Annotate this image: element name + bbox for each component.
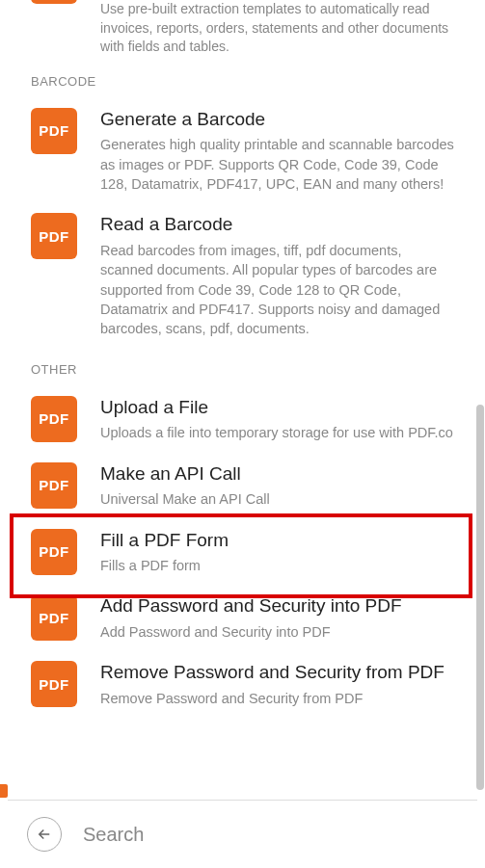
pdf-icon: PDF <box>31 594 77 641</box>
back-button[interactable] <box>27 817 62 852</box>
pdf-icon: PDF <box>31 462 77 509</box>
action-read-barcode[interactable]: PDF Read a Barcode Read barcodes from im… <box>8 207 477 352</box>
action-make-api-call[interactable]: PDF Make an API Call Universal Make an A… <box>8 457 477 523</box>
arrow-left-icon <box>36 826 53 843</box>
section-label-barcode: BARCODE <box>8 74 477 89</box>
pdf-icon: PDF <box>31 108 77 154</box>
item-title: Fill a PDF Form <box>100 529 454 553</box>
action-add-password[interactable]: PDF Add Password and Security into PDF A… <box>8 589 477 655</box>
item-desc: Generates high quality printable and sca… <box>100 135 454 194</box>
pdf-icon: PDF <box>31 529 77 575</box>
action-generate-barcode[interactable]: PDF Generate a Barcode Generates high qu… <box>8 102 477 208</box>
scrollbar-thumb[interactable] <box>476 405 484 790</box>
search-input[interactable] <box>83 824 458 846</box>
action-list-scroll[interactable]: Use pre-built extraction templates to au… <box>0 0 485 800</box>
item-desc: Read barcodes from images, tiff, pdf doc… <box>100 241 454 338</box>
item-title: Read a Barcode <box>100 213 454 237</box>
action-upload-file[interactable]: PDF Upload a File Uploads a file into te… <box>8 390 477 457</box>
pdf-icon <box>0 784 8 798</box>
item-desc: Fills a PDF form <box>100 556 454 575</box>
item-desc: Uploads a file into temporary storage fo… <box>100 423 454 442</box>
item-title: Add Password and Security into PDF <box>100 594 454 618</box>
action-remove-password[interactable]: PDF Remove Password and Security from PD… <box>8 655 477 722</box>
item-title: Upload a File <box>100 396 454 420</box>
item-title: Remove Password and Security from PDF <box>100 661 454 685</box>
section-label-other: OTHER <box>8 362 477 377</box>
action-fill-pdf-form[interactable]: PDF Fill a PDF Form Fills a PDF form <box>8 523 477 590</box>
item-desc: Add Password and Security into PDF <box>100 622 454 642</box>
pdf-icon: PDF <box>31 396 77 442</box>
pdf-icon: PDF <box>31 661 77 707</box>
item-desc: Universal Make an API Call <box>100 489 454 509</box>
item-title: Make an API Call <box>100 462 454 487</box>
item-desc-partial: Use pre-built extraction templates to au… <box>8 0 477 57</box>
pdf-icon: PDF <box>31 213 77 259</box>
search-bar <box>8 800 477 868</box>
item-desc: Remove Password and Security from PDF <box>100 689 454 708</box>
item-title: Generate a Barcode <box>100 108 454 132</box>
